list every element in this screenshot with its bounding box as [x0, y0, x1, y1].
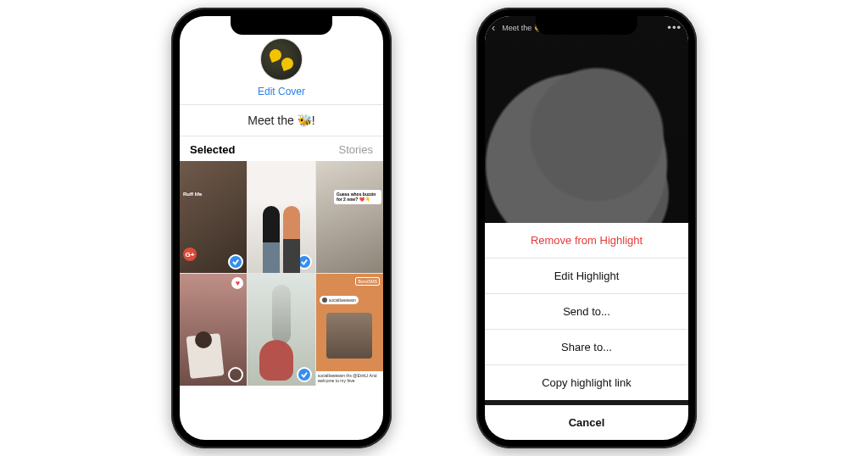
copy-highlight-link-button[interactable]: Copy highlight link [485, 364, 688, 400]
notch [536, 16, 637, 35]
notch [231, 16, 332, 35]
tab-stories[interactable]: Stories [339, 143, 373, 156]
story-grid: Ruff life G+ Guess whos buzzin for 2 now… [180, 161, 383, 386]
tab-selected[interactable]: Selected [190, 143, 235, 156]
story-thumb[interactable]: Guess whos buzzin for 2 now? ❤️ 👇 [316, 161, 383, 273]
heart-icon: ♥ [231, 277, 243, 289]
thumb-user: socialbeeteam [320, 296, 359, 304]
phone-mockup-right: ‹ Meet the 🐝! 132w ••• Remove from Highl… [476, 8, 697, 448]
selected-check-icon[interactable] [297, 254, 312, 270]
thumb-caption: Ruff life [183, 192, 202, 197]
story-thumb[interactable]: ♥ [180, 274, 247, 386]
selected-check-icon[interactable] [297, 367, 312, 382]
edit-highlight-button[interactable]: Edit Highlight [485, 258, 688, 293]
story-thumb[interactable]: BurstSMS socialbeeteam socialbeeteam thx… [316, 274, 383, 386]
share-to-button[interactable]: Share to... [485, 329, 688, 364]
phone-mockup-left: Edit Cover Meet the 🐝! Selected Stories … [171, 8, 392, 448]
story-thumb[interactable]: Ruff life G+ [180, 161, 247, 273]
more-icon[interactable]: ••• [667, 21, 682, 34]
send-to-button[interactable]: Send to... [485, 293, 688, 329]
action-sheet: Remove from Highlight Edit Highlight Sen… [485, 223, 688, 440]
gplus-icon: G+ [183, 247, 197, 261]
thumb-photo [326, 313, 372, 359]
action-sheet-group: Remove from Highlight Edit Highlight Sen… [485, 223, 688, 400]
action-sheet-cancel-group: Cancel [485, 405, 688, 440]
screen-edit-highlight: Edit Cover Meet the 🐝! Selected Stories … [180, 16, 383, 440]
highlight-cover-image[interactable] [260, 38, 303, 81]
thumb-caption: Guess whos buzzin for 2 now? ❤️ 👇 [334, 190, 381, 204]
story-thumb[interactable] [248, 161, 314, 273]
thumb-caption: socialbeeteam thx @ErinLI And welcome to… [316, 371, 383, 386]
highlight-title-input[interactable]: Meet the 🐝! [180, 105, 383, 136]
selected-check-icon[interactable] [228, 254, 243, 270]
story-thumb[interactable] [248, 274, 314, 386]
remove-from-highlight-button[interactable]: Remove from Highlight [485, 223, 688, 258]
cancel-button[interactable]: Cancel [485, 405, 688, 440]
thumb-tag: BurstSMS [355, 277, 380, 286]
highlight-tabs: Selected Stories [180, 136, 383, 161]
back-chevron-icon[interactable]: ‹ [492, 21, 495, 34]
screen-highlight-actions: ‹ Meet the 🐝! 132w ••• Remove from Highl… [485, 16, 688, 440]
edit-cover-link[interactable]: Edit Cover [180, 86, 383, 105]
unselected-ring-icon[interactable] [228, 367, 243, 382]
